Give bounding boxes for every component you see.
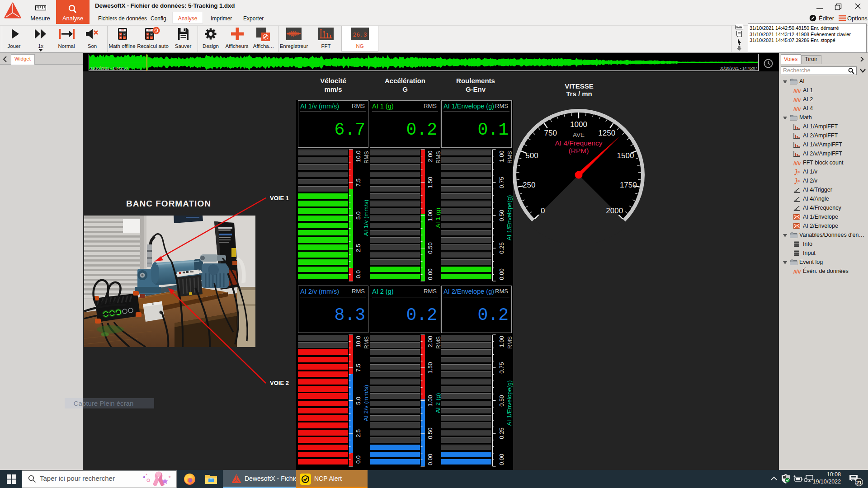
svg-text:21: 21 <box>856 480 862 485</box>
svg-text:•: • <box>797 182 798 184</box>
svg-text:•: • <box>797 173 798 175</box>
